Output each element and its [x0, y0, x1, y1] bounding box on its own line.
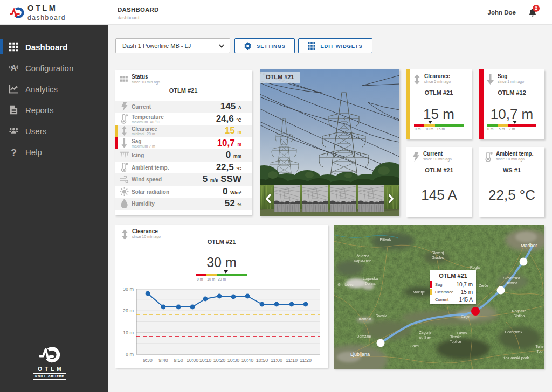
- svg-text:Domžale: Domžale: [357, 334, 371, 338]
- svg-text:Celje: Celje: [461, 314, 470, 319]
- svg-text:Kozjanski park: Kozjanski park: [503, 355, 529, 360]
- svg-text:Podčetrtek: Podčetrtek: [505, 330, 523, 334]
- svg-text:11:00: 11:00: [271, 358, 282, 363]
- svg-text:Slatina: Slatina: [514, 314, 525, 318]
- svg-text:Tuhe: Tuhe: [535, 345, 543, 348]
- svg-text:30 m: 30 m: [123, 286, 134, 292]
- svg-text:10:30: 10:30: [227, 358, 240, 363]
- svg-text:10 m: 10 m: [123, 330, 134, 335]
- svg-text:9:40: 9:40: [158, 358, 168, 363]
- svg-text:9:50: 9:50: [174, 358, 183, 363]
- svg-text:Sava: Sava: [410, 344, 419, 348]
- svg-text:Top: Top: [537, 349, 543, 354]
- svg-text:Rimske: Rimske: [450, 335, 462, 339]
- svg-text:20 m: 20 m: [123, 308, 134, 313]
- svg-text:Pliberk: Pliberk: [380, 237, 391, 241]
- svg-text:0 m: 0 m: [126, 352, 134, 357]
- svg-text:Ljubljana: Ljubljana: [350, 352, 370, 357]
- svg-text:Dolina: Dolina: [365, 282, 375, 285]
- svg-text:Rogla: Rogla: [470, 265, 480, 270]
- svg-text:Snovik: Snovik: [376, 314, 387, 318]
- svg-text:ob Savi: ob Savi: [419, 335, 432, 339]
- svg-text:Logarska: Logarska: [363, 277, 378, 281]
- svg-text:Zreče: Zreče: [479, 284, 488, 288]
- svg-text:Kapla-Bela: Kapla-Bela: [354, 259, 371, 263]
- svg-text:Rogaška: Rogaška: [512, 309, 527, 313]
- svg-text:11:10: 11:10: [286, 358, 298, 363]
- svg-text:Slovenj: Slovenj: [432, 251, 444, 255]
- svg-text:Toplice: Toplice: [450, 340, 461, 344]
- svg-text:9:30: 9:30: [143, 358, 153, 363]
- svg-text:10:00: 10:00: [187, 358, 199, 363]
- svg-text:Kamnik: Kamnik: [359, 317, 371, 321]
- svg-text:Mozirje: Mozirje: [413, 290, 425, 295]
- svg-text:Maribor: Maribor: [521, 243, 537, 248]
- svg-text:10:50: 10:50: [256, 358, 268, 363]
- svg-text:10:40: 10:40: [242, 358, 254, 363]
- svg-text:11:20: 11:20: [300, 358, 312, 363]
- svg-text:Grintovec: Grintovec: [337, 283, 354, 286]
- svg-text:Zagorje: Zagorje: [419, 331, 431, 335]
- svg-text:Gradec: Gradec: [432, 256, 444, 260]
- svg-text:10:20: 10:20: [213, 358, 226, 363]
- svg-text:Laško: Laško: [457, 331, 467, 335]
- svg-text:Bistrica: Bistrica: [506, 281, 518, 285]
- svg-text:10:10: 10:10: [199, 358, 212, 363]
- svg-text:Slovenska: Slovenska: [503, 276, 520, 280]
- svg-text:Železna: Železna: [356, 254, 369, 258]
